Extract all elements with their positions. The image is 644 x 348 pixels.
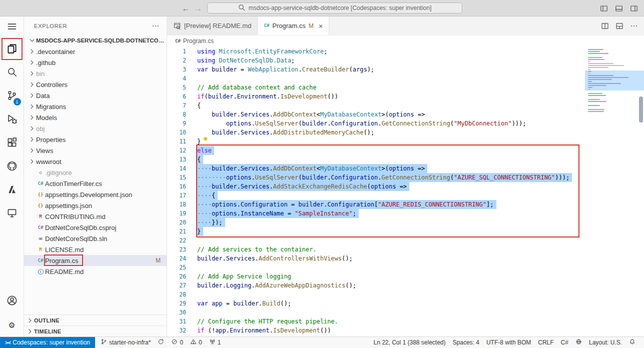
activity-bar-item-settings[interactable]: ⚙ — [0, 313, 24, 336]
activity-bar-item-remote-explorer[interactable] — [0, 202, 24, 226]
close-icon[interactable]: × — [319, 22, 323, 30]
sidebar-section-outline[interactable]: OUTLINE — [24, 314, 167, 326]
tree-item-file-sln[interactable]: ∞DotNetCoreSqlDb.sln — [24, 233, 167, 244]
status-branch[interactable]: starter-no-infra* — [97, 337, 154, 348]
tree-item-folder-obj[interactable]: obj — [24, 123, 167, 134]
code-line-25[interactable]: 25 — [167, 263, 585, 272]
code-line-8[interactable]: 8 builder.Services.AddDbContext<MyDataba… — [167, 110, 585, 119]
tree-item-folder-controllers[interactable]: Controllers — [24, 79, 167, 90]
tab-readme-preview[interactable]: [Preview] README.md — [167, 16, 258, 35]
activity-bar-item-azure[interactable] — [0, 178, 24, 202]
scrollbar-thumb[interactable] — [639, 96, 643, 122]
status-indentation[interactable]: Spaces: 4 — [449, 337, 483, 348]
code-line-31[interactable]: 31// Configure the HTTP request pipeline… — [167, 317, 585, 326]
code-line-7[interactable]: 7{ — [167, 101, 585, 110]
tree-item-file-license[interactable]: MLICENSE.md — [24, 244, 167, 255]
tree-item-file-gitignore[interactable]: ◇.gitignore — [24, 167, 167, 178]
code-line-9[interactable]: 9 options.UseSqlServer(builder.Configura… — [167, 119, 585, 128]
sidebar-section-timeline[interactable]: TIMELINE — [24, 326, 167, 336]
code-area[interactable]: 1using Microsoft.EntityFrameworkCore;2us… — [167, 47, 585, 336]
status-ports[interactable]: 1 — [206, 337, 225, 348]
code-line-19[interactable]: 19····options.InstanceName = "SampleInst… — [167, 209, 585, 218]
activity-bar-item-github[interactable] — [0, 155, 24, 178]
explorer-actions-icon[interactable] — [152, 22, 160, 30]
tree-item-file-contributing[interactable]: MCONTRIBUTING.md — [24, 211, 167, 222]
more-actions-icon[interactable] — [630, 22, 638, 30]
tree-item-folder-github[interactable]: .github — [24, 57, 167, 68]
code-line-3[interactable]: 3var builder = WebApplication.CreateBuil… — [167, 65, 585, 74]
tree-item-file-csproj[interactable]: C#DotNetCoreSqlDb.csproj — [24, 222, 167, 233]
code-line-16[interactable]: 16····builder.Services.AddStackExchangeR… — [167, 182, 585, 191]
toggle-secondary-sidebar-icon[interactable] — [630, 4, 638, 12]
code-line-12[interactable]: 12else — [167, 146, 585, 155]
tree-item-file-readme[interactable]: iREADME.md — [24, 266, 167, 277]
code-line-29[interactable]: 29var app = builder.Build(); — [167, 299, 585, 308]
tree-item-file-actiontimerfilter[interactable]: C#ActionTimerFilter.cs — [24, 178, 167, 189]
activity-bar-item-run-and-debug[interactable] — [0, 108, 24, 132]
code-line-23[interactable]: 23// Add services to the container. — [167, 245, 585, 254]
status-browser[interactable] — [572, 337, 585, 348]
tree-item-folder-models[interactable]: Models — [24, 112, 167, 123]
code-line-21[interactable]: 21} — [167, 227, 585, 236]
code-line-30[interactable]: 30 — [167, 308, 585, 317]
status-keyboard-layout[interactable]: Layout: U.S. — [585, 337, 625, 348]
tree-item-root[interactable]: MSDOCS-APP-SERVICE-SQLDB-DOTNETCOR... — [24, 35, 167, 46]
status-warnings[interactable]: 0 — [187, 337, 206, 348]
code-line-5[interactable]: 5// Add database context and cache — [167, 83, 585, 92]
tree-item-file-program[interactable]: C#Program.csM — [24, 255, 167, 266]
code-line-13[interactable]: 13{ — [167, 155, 585, 164]
status-sync[interactable] — [154, 337, 168, 348]
activity-bar-item-search[interactable] — [0, 61, 24, 84]
code-line-32[interactable]: 32if (!app.Environment.IsDevelopment()) — [167, 326, 585, 335]
back-arrow-icon[interactable]: ← — [182, 4, 190, 12]
status-language-mode[interactable]: C# — [557, 337, 572, 348]
code-line-26[interactable]: 26// Add App Service logging — [167, 272, 585, 281]
code-line-18[interactable]: 18····options.Configuration = builder.Co… — [167, 200, 585, 209]
code-line-20[interactable]: 20····}); — [167, 218, 585, 227]
breadcrumb[interactable]: C# Program.cs — [167, 36, 644, 46]
tree-item-folder-views[interactable]: Views — [24, 145, 167, 156]
code-line-2[interactable]: 2using DotNetCoreSqlDb.Data; — [167, 56, 585, 65]
code-line-14[interactable]: 14····builder.Services.AddDbContext<MyDa… — [167, 164, 585, 173]
tree-item-folder-wwwroot[interactable]: wwwroot — [24, 156, 167, 167]
tree-item-folder-data[interactable]: Data — [24, 90, 167, 101]
activity-bar-item-menu[interactable] — [0, 18, 24, 38]
code-line-27[interactable]: 27builder.Logging.AddAzureWebAppDiagnost… — [167, 281, 585, 290]
minimap[interactable] — [585, 47, 644, 336]
code-line-17[interactable]: 17····{ — [167, 191, 585, 200]
status-remote[interactable]: ><Codespaces: super invention — [0, 337, 95, 348]
tree-item-file-appsettings-development[interactable]: {}appsettings.Development.json — [24, 189, 167, 200]
code-editor[interactable]: 1using Microsoft.EntityFrameworkCore;2us… — [167, 46, 644, 336]
code-line-4[interactable]: 4 — [167, 74, 585, 83]
customize-layout-icon[interactable] — [615, 22, 623, 30]
forward-arrow-icon[interactable]: → — [195, 4, 202, 12]
code-line-22[interactable]: 22 — [167, 236, 585, 245]
code-line-15[interactable]: 15········options.UseSqlServer(builder.C… — [167, 173, 585, 182]
code-line-28[interactable]: 28 — [167, 290, 585, 299]
toggle-primary-sidebar-icon[interactable] — [600, 4, 608, 12]
activity-bar-item-explorer[interactable] — [0, 38, 24, 61]
activity-bar-item-extensions[interactable] — [0, 132, 24, 155]
status-errors[interactable]: 0 — [168, 337, 187, 348]
tree-item-folder-migrations[interactable]: Migrations — [24, 101, 167, 112]
tree-item-folder-bin[interactable]: bin — [24, 68, 167, 79]
tree-item-folder-properties[interactable]: Properties — [24, 134, 167, 145]
status-cursor-position[interactable]: Ln 22, Col 1 (388 selected) — [370, 337, 449, 348]
tree-item-label: Models — [36, 114, 59, 122]
activity-bar-item-accounts[interactable] — [0, 290, 24, 313]
status-notifications[interactable] — [625, 337, 639, 348]
activity-bar-item-source-control[interactable]: 1 — [0, 84, 24, 108]
tree-item-file-appsettings[interactable]: {}appsettings.json — [24, 200, 167, 211]
code-line-6[interactable]: 6if(builder.Environment.IsDevelopment()) — [167, 92, 585, 101]
command-center-search[interactable]: msdocs-app-service-sqldb-dotnetcore [Cod… — [207, 2, 462, 14]
status-eol[interactable]: CRLF — [534, 337, 557, 348]
code-line-1[interactable]: 1using Microsoft.EntityFrameworkCore; — [167, 47, 585, 56]
code-line-11[interactable]: 11} — [167, 137, 585, 146]
code-line-24[interactable]: 24builder.Services.AddControllersWithVie… — [167, 254, 585, 263]
status-encoding[interactable]: UTF-8 with BOM — [483, 337, 534, 348]
tab-program-cs[interactable]: C#Program.csM× — [258, 16, 329, 35]
tree-item-folder-devcontainer[interactable]: .devcontainer — [24, 46, 167, 57]
toggle-panel-icon[interactable] — [615, 4, 623, 12]
code-line-10[interactable]: 10 builder.Services.AddDistributedMemory… — [167, 128, 585, 137]
split-editor-icon[interactable] — [601, 22, 609, 30]
